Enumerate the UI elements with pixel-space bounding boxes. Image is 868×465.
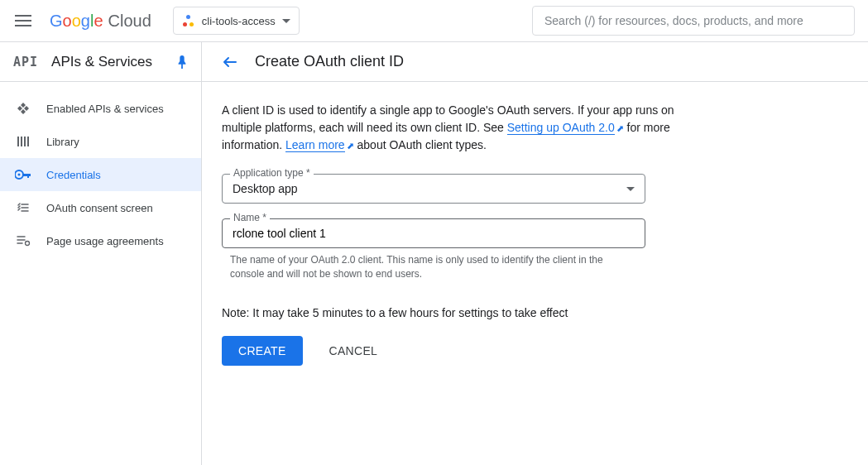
project-picker[interactable]: cli-tools-access — [173, 7, 300, 35]
intro-text-3: about OAuth client types. — [354, 138, 487, 151]
project-name: cli-tools-access — [202, 15, 276, 27]
search-input[interactable] — [544, 14, 842, 27]
project-dots-icon — [182, 14, 195, 27]
application-type-value: Desktop app — [233, 182, 298, 195]
external-link-icon: ⬈ — [616, 123, 624, 133]
sidebar-title: APIs & Services — [51, 54, 163, 70]
link-setting-up-oauth[interactable]: Setting up OAuth 2.0 — [507, 121, 615, 135]
sidebar-item-label: Library — [46, 136, 79, 148]
sidebar-item-oauth-consent[interactable]: OAuth consent screen — [0, 191, 201, 224]
external-link-icon: ⬈ — [347, 141, 354, 151]
intro-paragraph: A client ID is used to identify a single… — [222, 102, 679, 154]
key-icon — [15, 166, 31, 183]
sidebar-item-library[interactable]: Library — [0, 125, 201, 158]
name-field-label: Name * — [230, 212, 270, 223]
delay-note: Note: It may take 5 minutes to a few hou… — [222, 306, 679, 319]
name-field: Name * The name of your OAuth 2.0 client… — [222, 218, 679, 281]
library-icon — [15, 133, 31, 150]
logo-cloud-text: Cloud — [108, 12, 151, 31]
pin-icon[interactable] — [176, 55, 188, 69]
application-type-label: Application type * — [230, 167, 314, 179]
diamond-icon — [15, 100, 31, 117]
svg-point-1 — [18, 174, 21, 176]
caret-down-icon — [626, 187, 635, 191]
sidebar-item-credentials[interactable]: Credentials — [0, 158, 201, 191]
sidebar-item-enabled-apis[interactable]: Enabled APIs & services — [0, 92, 201, 125]
caret-down-icon — [282, 19, 290, 23]
cancel-button[interactable]: CANCEL — [313, 336, 395, 366]
sidebar-header: API APIs & Services — [0, 42, 201, 82]
name-field-box — [222, 218, 645, 248]
main-header: Create OAuth client ID — [202, 42, 868, 82]
application-type-field: Application type * Desktop app — [222, 174, 679, 204]
top-bar: Google Cloud cli-tools-access — [0, 0, 868, 42]
sidebar: API APIs & Services Enabled APIs & servi… — [0, 42, 202, 465]
search-box[interactable] — [532, 6, 855, 36]
api-logo-icon: API — [13, 55, 38, 70]
sidebar-item-label: Credentials — [46, 169, 101, 181]
settings-list-icon — [15, 232, 31, 249]
name-helper-text: The name of your OAuth 2.0 client. This … — [222, 248, 645, 281]
sidebar-item-page-usage[interactable]: Page usage agreements — [0, 224, 201, 257]
menu-icon[interactable] — [13, 11, 33, 31]
link-learn-more[interactable]: Learn more — [285, 138, 345, 152]
main-panel: Create OAuth client ID A client ID is us… — [202, 42, 868, 465]
back-arrow-icon[interactable] — [222, 54, 238, 70]
sidebar-item-label: OAuth consent screen — [46, 202, 153, 214]
sidebar-item-label: Page usage agreements — [46, 235, 164, 247]
page-title: Create OAuth client ID — [255, 53, 404, 70]
sidebar-item-label: Enabled APIs & services — [46, 103, 164, 115]
consent-icon — [15, 199, 31, 216]
name-input[interactable] — [233, 227, 635, 240]
google-cloud-logo[interactable]: Google Cloud — [50, 12, 151, 31]
create-button[interactable]: CREATE — [222, 336, 303, 366]
